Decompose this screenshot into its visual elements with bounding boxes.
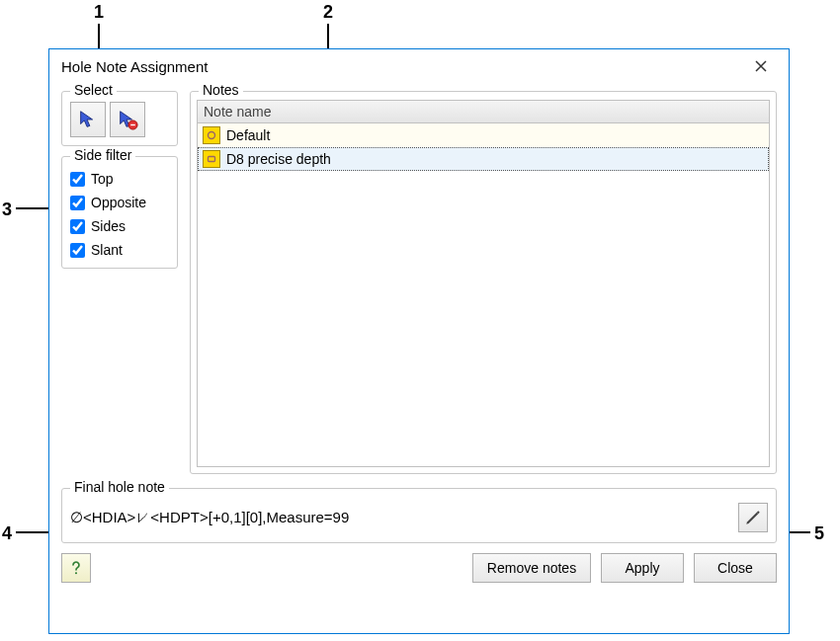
svg-rect-2 (209, 157, 215, 162)
checkbox-opposite[interactable]: Opposite (70, 195, 169, 210)
select-group: Select (61, 91, 178, 146)
pencil-icon (744, 509, 762, 526)
checkbox-top-label: Top (91, 171, 114, 187)
svg-point-3 (75, 572, 77, 574)
note-list-header[interactable]: Note name (198, 101, 769, 123)
callout-5: 5 (814, 523, 824, 544)
help-button[interactable] (61, 553, 91, 583)
note-list[interactable]: Note name Default D8 precise depth (197, 100, 770, 467)
side-filter-group: Side filter Top Opposite Sides (61, 156, 178, 269)
callout-1: 1 (94, 2, 104, 23)
dialog-title: Hole Note Assignment (61, 58, 208, 75)
apply-button[interactable]: Apply (601, 553, 684, 583)
note-icon-slot (203, 150, 220, 168)
hole-note-assignment-dialog: Hole Note Assignment Select (48, 48, 790, 634)
note-row-label: Default (226, 127, 270, 143)
notes-legend: Notes (199, 82, 243, 98)
final-hole-note-text: ∅<HDIA>⩗<HDPT>[+0,1][0],Measure=99 (70, 509, 730, 526)
checkbox-sides-label: Sides (91, 218, 126, 234)
close-button[interactable]: Close (694, 553, 777, 583)
note-row-default[interactable]: Default (198, 123, 769, 147)
button-row: Remove notes Apply Close (61, 553, 777, 583)
checkbox-slant-label: Slant (91, 242, 123, 258)
svg-point-1 (209, 132, 215, 139)
checkbox-slant[interactable]: Slant (70, 242, 169, 258)
note-icon-hole (203, 126, 220, 144)
select-holes-button[interactable] (70, 102, 106, 137)
callout-3: 3 (2, 200, 12, 220)
side-filter-legend: Side filter (70, 147, 135, 163)
checkbox-sides[interactable]: Sides (70, 218, 169, 234)
notes-group: Notes Note name Default D8 precise depth (190, 91, 777, 474)
callout-2: 2 (323, 2, 333, 23)
select-legend: Select (70, 82, 117, 98)
remove-notes-button[interactable]: Remove notes (472, 553, 591, 583)
checkbox-sides-input[interactable] (70, 219, 85, 234)
note-row-d8-precise-depth[interactable]: D8 precise depth (198, 147, 769, 171)
callout-4: 4 (2, 523, 12, 544)
help-icon (67, 559, 85, 577)
checkbox-top[interactable]: Top (70, 171, 169, 187)
note-row-label: D8 precise depth (226, 151, 331, 167)
checkbox-opposite-label: Opposite (91, 195, 146, 210)
title-bar: Hole Note Assignment (49, 49, 789, 83)
checkbox-slant-input[interactable] (70, 243, 85, 258)
final-hole-note-legend: Final hole note (70, 479, 169, 495)
edit-note-button[interactable] (738, 503, 768, 532)
final-hole-note-group: Final hole note ∅<HDIA>⩗<HDPT>[+0,1][0],… (61, 488, 777, 543)
deselect-holes-button[interactable] (110, 102, 145, 137)
cursor-remove-icon (117, 109, 138, 130)
close-icon[interactable] (741, 51, 781, 81)
checkbox-top-input[interactable] (70, 172, 85, 187)
checkbox-opposite-input[interactable] (70, 196, 85, 210)
cursor-icon (77, 109, 99, 130)
